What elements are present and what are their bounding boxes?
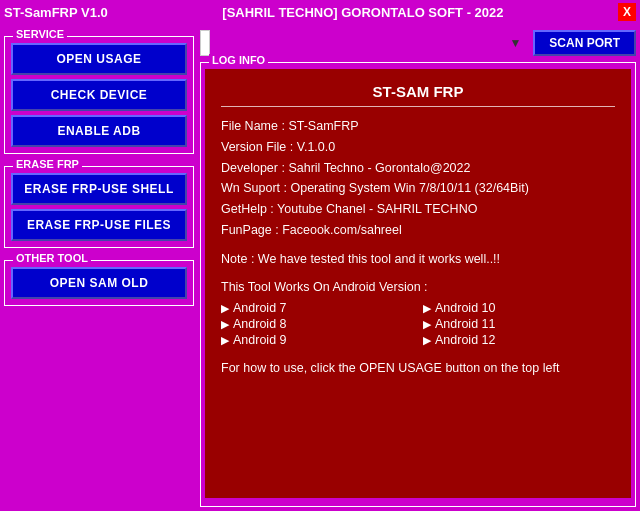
footer-text: For how to use, click the OPEN USAGE but… <box>221 359 615 378</box>
wn-suport-label: Wn Suport : <box>221 181 287 195</box>
log-file-name: File Name : ST-SamFRP <box>221 117 615 136</box>
android-label-3: Android 11 <box>435 317 495 331</box>
get-help-label: GetHelp : <box>221 202 274 216</box>
android-section: This Tool Works On Android Version : ▶ A… <box>221 278 615 347</box>
title-bar-center: [SAHRIL TECHNO] GORONTALO SOFT - 2022 <box>108 5 618 20</box>
android-label-5: Android 12 <box>435 333 495 347</box>
arrow-icon-3: ▶ <box>423 318 431 331</box>
log-version-file: Version File : V.1.0.0 <box>221 138 615 157</box>
other-tool-group-label: OTHER TOOL <box>13 252 91 264</box>
right-panel: ▼ SCAN PORT LOG INFO ST-SAM FRP File Nam… <box>200 28 636 507</box>
version-file-value: V.1.0.0 <box>297 140 335 154</box>
android-item-4: ▶ Android 9 <box>221 333 413 347</box>
port-select-wrapper: ▼ <box>200 30 527 56</box>
title-bar: ST-SamFRP V1.0 [SAHRIL TECHNO] GORONTALO… <box>0 0 640 24</box>
title-bar-left: ST-SamFRP V1.0 <box>4 5 108 20</box>
log-info-label: LOG INFO <box>209 54 268 66</box>
log-title: ST-SAM FRP <box>221 83 615 100</box>
fun-page-label: FunPage : <box>221 223 279 237</box>
erase-frp-group: ERASE FRP ERASE FRP-USE SHELL ERASE FRP-… <box>4 166 194 248</box>
android-item-5: ▶ Android 12 <box>423 333 615 347</box>
fun-page-value: Faceook.com/sahreel <box>282 223 402 237</box>
android-item-0: ▶ Android 7 <box>221 301 413 315</box>
android-item-3: ▶ Android 11 <box>423 317 615 331</box>
open-sam-old-button[interactable]: OPEN SAM OLD <box>11 267 187 299</box>
android-label-1: Android 10 <box>435 301 495 315</box>
port-select[interactable] <box>200 30 210 56</box>
log-wn-suport: Wn Suport : Operating System Win 7/8/10/… <box>221 179 615 198</box>
erase-frp-shell-button[interactable]: ERASE FRP-USE SHELL <box>11 173 187 205</box>
log-content: ST-SAM FRP File Name : ST-SamFRP Version… <box>205 69 631 498</box>
wn-suport-value: Operating System Win 7/8/10/11 (32/64Bit… <box>290 181 528 195</box>
erase-frp-group-label: ERASE FRP <box>13 158 82 170</box>
check-device-button[interactable]: CHECK DEVICE <box>11 79 187 111</box>
enable-adb-button[interactable]: ENABLE ADB <box>11 115 187 147</box>
developer-value: Sahril Techno - Gorontalo@2022 <box>288 161 470 175</box>
erase-frp-files-button[interactable]: ERASE FRP-USE FILES <box>11 209 187 241</box>
android-label-0: Android 7 <box>233 301 287 315</box>
dropdown-arrow-icon: ▼ <box>509 36 521 50</box>
get-help-value: Youtube Chanel - SAHRIL TECHNO <box>277 202 477 216</box>
service-group: SERVICE OPEN USAGE CHECK DEVICE ENABLE A… <box>4 36 194 154</box>
left-panel: SERVICE OPEN USAGE CHECK DEVICE ENABLE A… <box>4 28 194 507</box>
arrow-icon-4: ▶ <box>221 334 229 347</box>
other-tool-group: OTHER TOOL OPEN SAM OLD <box>4 260 194 306</box>
arrow-icon-2: ▶ <box>221 318 229 331</box>
file-name-value: ST-SamFRP <box>288 119 358 133</box>
developer-label: Developer : <box>221 161 285 175</box>
main-container: SERVICE OPEN USAGE CHECK DEVICE ENABLE A… <box>0 24 640 511</box>
log-get-help: GetHelp : Youtube Chanel - SAHRIL TECHNO <box>221 200 615 219</box>
android-label-2: Android 8 <box>233 317 287 331</box>
note-text: Note : We have tested this tool and it w… <box>221 250 615 269</box>
android-grid: ▶ Android 7 ▶ Android 10 ▶ Android 8 ▶ <box>221 301 615 347</box>
file-name-label: File Name : <box>221 119 285 133</box>
open-usage-button[interactable]: OPEN USAGE <box>11 43 187 75</box>
arrow-icon-5: ▶ <box>423 334 431 347</box>
close-button[interactable]: X <box>618 3 636 21</box>
version-file-label: Version File : <box>221 140 293 154</box>
android-item-1: ▶ Android 10 <box>423 301 615 315</box>
android-title: This Tool Works On Android Version : <box>221 278 615 297</box>
arrow-icon-1: ▶ <box>423 302 431 315</box>
note-section: Note : We have tested this tool and it w… <box>221 250 615 269</box>
log-info-group: LOG INFO ST-SAM FRP File Name : ST-SamFR… <box>200 62 636 507</box>
log-divider <box>221 106 615 107</box>
scan-port-button[interactable]: SCAN PORT <box>533 30 636 56</box>
log-fun-page: FunPage : Faceook.com/sahreel <box>221 221 615 240</box>
footer-note: For how to use, click the OPEN USAGE but… <box>221 359 615 378</box>
service-group-label: SERVICE <box>13 28 67 40</box>
log-developer: Developer : Sahril Techno - Gorontalo@20… <box>221 159 615 178</box>
arrow-icon-0: ▶ <box>221 302 229 315</box>
android-item-2: ▶ Android 8 <box>221 317 413 331</box>
android-label-4: Android 9 <box>233 333 287 347</box>
